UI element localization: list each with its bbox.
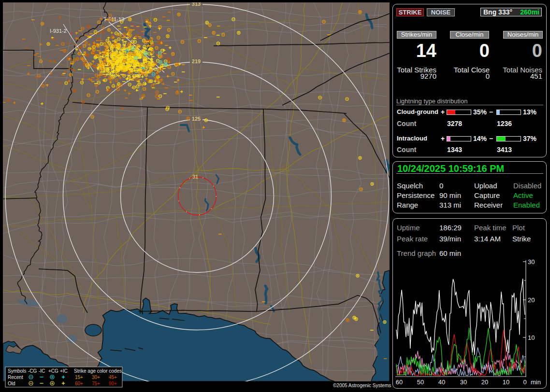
svg-text:45+: 45+ <box>109 375 117 380</box>
svg-text:60+: 60+ <box>75 381 83 386</box>
svg-text:50: 50 <box>417 378 424 386</box>
svg-text:-CG: -CG <box>28 368 37 374</box>
svg-text:Symbols: Symbols <box>8 368 26 374</box>
svg-text:10: 10 <box>503 378 509 386</box>
svg-text:60: 60 <box>396 378 403 386</box>
svg-text:Recent: Recent <box>8 375 23 380</box>
svg-text:20: 20 <box>481 378 488 386</box>
svg-text:30: 30 <box>460 378 467 386</box>
svg-text:Old: Old <box>8 381 15 386</box>
svg-text:10: 10 <box>528 334 535 341</box>
svg-text:-IC: -IC <box>39 368 45 374</box>
svg-text:Strike age color codes: Strike age color codes <box>74 368 122 374</box>
svg-text:0: 0 <box>523 378 526 386</box>
svg-text:+CG: +CG <box>48 368 58 374</box>
svg-text:40: 40 <box>438 378 445 386</box>
svg-text:+IC: +IC <box>60 368 68 374</box>
svg-text:15+: 15+ <box>75 375 83 380</box>
svg-text:20: 20 <box>528 296 535 304</box>
svg-text:30: 30 <box>528 258 535 266</box>
svg-text:75+: 75+ <box>92 381 100 386</box>
svg-text:min: min <box>531 378 541 386</box>
svg-text:90+: 90+ <box>109 381 117 386</box>
svg-text:30+: 30+ <box>92 375 100 380</box>
